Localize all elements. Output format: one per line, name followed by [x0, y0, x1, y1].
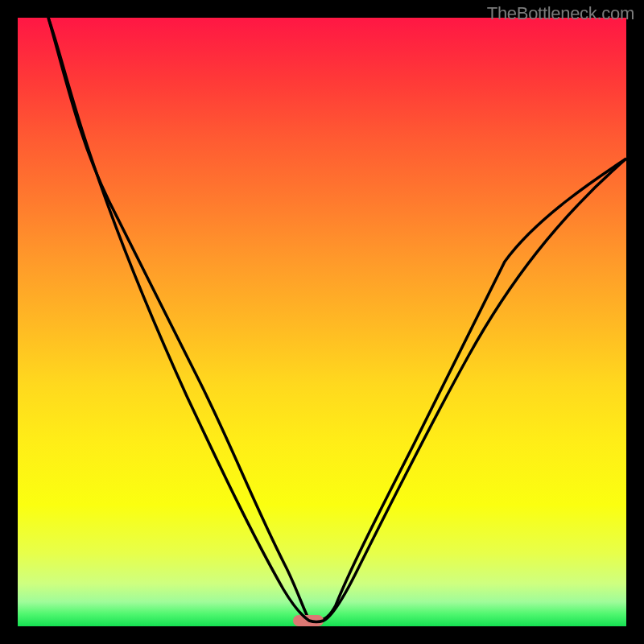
curve-path-2 [48, 18, 626, 622]
chart-container: TheBottleneck.com [0, 0, 644, 644]
bottleneck-curve-overlay [18, 18, 626, 626]
